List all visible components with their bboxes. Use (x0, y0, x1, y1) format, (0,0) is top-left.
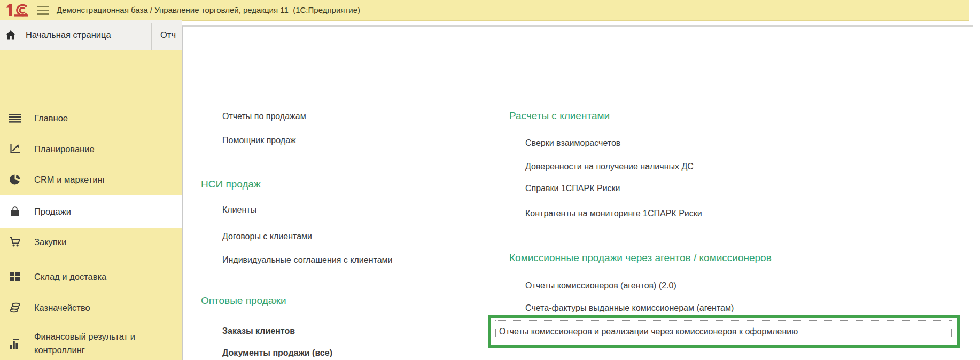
menu-item-1spark-risk-monitoring[interactable]: Контрагенты на мониторинге 1СПАРК Риски (525, 208, 702, 220)
highlight-annotation-box: Отчеты комиссионеров и реализации через … (488, 315, 960, 348)
planning-chart-icon (8, 144, 22, 154)
pie-chart-icon (8, 174, 22, 185)
tab-reports-clipped[interactable]: Отч (152, 20, 182, 50)
menu-item-powers-of-attorney-cash[interactable]: Доверенности на получение наличных ДС (525, 161, 694, 173)
sidebar-item-label: Склад и доставка (34, 270, 106, 284)
bar-chart-icon (8, 339, 22, 349)
warehouse-grid-icon (8, 272, 22, 281)
menu-item-commission-agent-reports-20[interactable]: Отчеты комиссионеров (агентов) (2.0) (525, 280, 676, 292)
tab-home-page[interactable]: Начальная страница (0, 20, 151, 50)
topbar: Демонстрационная база / Управление торго… (0, 0, 969, 21)
tab-home-label: Начальная страница (26, 20, 111, 50)
menu-item-commission-reports-for-registration[interactable]: Отчеты комиссионеров и реализации через … (495, 320, 952, 342)
menu-item-clients[interactable]: Клиенты (222, 204, 256, 216)
sales-section-menu-panel: Отчеты по продажам Помощник продаж НСИ п… (182, 25, 973, 360)
menu-item-individual-agreements[interactable]: Индивидуальные соглашения с клиентами (222, 254, 392, 266)
home-icon (6, 30, 15, 40)
menu-item-sales-reports[interactable]: Отчеты по продажам (222, 111, 306, 122)
menu-item-invoices-to-commission-agents[interactable]: Счета-фактуры выданные комиссионерам (аг… (525, 302, 734, 314)
sidebar-item-label: Финансовый результат иконтроллинг (34, 330, 135, 357)
sidebar-item-label: CRM и маркетинг (34, 173, 106, 186)
sections-sidebar: Главное Планирование CRM и маркетинг (0, 50, 183, 360)
menu-item-sales-documents-all[interactable]: Документы продажи (все) (222, 347, 332, 359)
sidebar-item-label: Казначейство (34, 301, 90, 315)
sidebar-item-crm-marketing[interactable]: CRM и маркетинг (0, 169, 183, 190)
1c-logo-icon (5, 2, 30, 18)
menu-item-client-contracts[interactable]: Договоры с клиентами (222, 231, 312, 242)
menu-item-1spark-risk-certificates[interactable]: Справки 1СПАРК Риски (525, 183, 620, 194)
tab-reports-label: Отч (160, 20, 176, 50)
group-header-commission-sales: Комиссионные продажи через агентов / ком… (509, 252, 772, 264)
sidebar-item-treasury[interactable]: Казначейство (0, 297, 183, 318)
sidebar-item-main[interactable]: Главное (0, 107, 183, 129)
main-menu-icon[interactable] (37, 6, 49, 15)
sidebar-item-label: Продажи (34, 205, 71, 218)
shopping-bag-icon (8, 206, 22, 217)
sidebar-item-warehouse-delivery[interactable]: Склад и доставка (0, 266, 183, 287)
sidebar-item-purchases[interactable]: Закупки (0, 231, 183, 253)
sidebar-item-sales[interactable]: Продажи (0, 195, 183, 228)
sidebar-item-label: Закупки (34, 236, 66, 249)
group-header-wholesale-sales: Оптовые продажи (201, 294, 286, 307)
sidebar-item-label: Главное (34, 112, 68, 125)
menu-item-reconciliations[interactable]: Сверки взаиморасчетов (525, 137, 620, 149)
group-header-nsi-sales: НСИ продаж (201, 178, 261, 191)
window-title: Демонстрационная база / Управление торго… (57, 0, 360, 20)
menu-item-sales-assistant[interactable]: Помощник продаж (222, 135, 296, 146)
shopping-cart-icon (8, 237, 22, 247)
menu-lines-icon (8, 114, 22, 123)
sidebar-item-financial-result[interactable]: Финансовый результат иконтроллинг (0, 326, 183, 360)
sidebar-item-label: Планирование (34, 143, 95, 156)
coins-icon (8, 302, 22, 313)
group-header-client-settlements: Расчеты с клиентами (509, 109, 610, 122)
sidebar-item-planning[interactable]: Планирование (0, 138, 183, 160)
tabs-bar: Начальная страница Отч (0, 20, 182, 50)
menu-item-customer-orders[interactable]: Заказы клиентов (222, 325, 295, 337)
